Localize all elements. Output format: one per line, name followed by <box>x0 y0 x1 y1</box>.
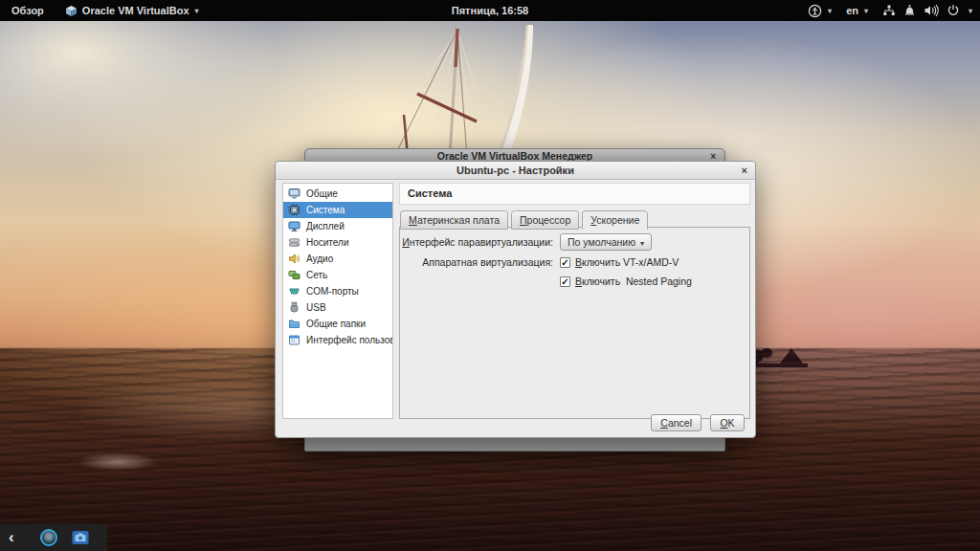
sidebar-item-system[interactable]: Система <box>283 202 392 218</box>
sidebar-item-label: Интерфейс пользователя <box>306 335 393 345</box>
sidebar-item-label: Сеть <box>306 270 327 280</box>
power-icon <box>947 4 960 17</box>
sidebar-item-label: Аудио <box>306 253 333 264</box>
settings-category-list: Общие Система Дисплей Носители Аудио Сет… <box>282 183 393 419</box>
check-icon: ✓ <box>561 276 568 287</box>
user-interface-icon <box>288 334 301 346</box>
sidebar-item-serial-ports[interactable]: COM-порты <box>283 283 392 299</box>
sidebar-item-user-interface[interactable]: Интерфейс пользователя <box>283 332 392 348</box>
bell-icon <box>903 4 916 17</box>
accessibility-icon <box>808 4 822 18</box>
hardware-virt-label: Аппаратная виртуализация: <box>400 256 553 268</box>
sidebar-item-usb[interactable]: USB <box>283 299 392 316</box>
sidebar-item-audio[interactable]: Аудио <box>283 251 392 267</box>
volume-icon <box>924 4 939 17</box>
tab-processor[interactable]: Процессор <box>511 210 579 230</box>
serial-ports-icon <box>288 285 301 298</box>
sidebar-item-shared-folders[interactable]: Общие папки <box>283 316 392 332</box>
dialog-title: Ubuntu-pc - Настройки <box>457 165 574 176</box>
sidebar-item-label: COM-порты <box>306 286 359 297</box>
system-tabs: Материнская плата Процессор Ускорение <box>400 210 651 230</box>
tab-acceleration[interactable]: Ускорение <box>582 210 648 230</box>
system-icon <box>288 204 301 216</box>
sidebar-item-label: Система <box>306 205 345 215</box>
vtx-checkbox[interactable]: ✓ <box>560 257 570 268</box>
app-ring-icon[interactable] <box>40 529 57 546</box>
chevron-left-icon[interactable]: ‹ <box>0 525 14 550</box>
sailboat-mast-graphic <box>375 23 557 157</box>
dialog-footer: Cancel OK <box>651 414 745 431</box>
vtx-checkbox-label: Включить VT-x/AMD-V <box>575 256 679 268</box>
network-icon <box>882 4 896 17</box>
general-icon <box>288 187 301 200</box>
vtx-checkbox-row[interactable]: ✓ Включить VT-x/AMD-V <box>560 256 679 268</box>
chevron-down-icon: ▾ <box>969 7 972 15</box>
settings-content: Система Материнская плата Процессор Уско… <box>399 183 750 419</box>
sidebar-item-label: Носители <box>306 237 349 248</box>
nested-paging-checkbox-row[interactable]: ✓ Включить Nested Paging <box>560 276 692 287</box>
nested-paging-checkbox-label: Включить Nested Paging <box>575 276 692 287</box>
chevron-down-icon: ▾ <box>828 7 832 15</box>
ok-button[interactable]: OK <box>710 414 745 431</box>
paravirt-label: Интерфейс паравиртуализации: <box>400 236 553 248</box>
storage-icon <box>288 236 301 249</box>
dialog-body: Общие Система Дисплей Носители Аудио Сет… <box>276 180 755 437</box>
sidebar-item-label: Общие <box>306 188 338 199</box>
section-header: Система <box>399 183 750 205</box>
chevron-down-icon: ▾ <box>864 7 868 15</box>
usb-icon <box>288 301 301 314</box>
acceleration-panel: Интерфейс паравиртуализации: По умолчани… <box>399 227 750 419</box>
dialog-titlebar[interactable]: Ubuntu-pc - Настройки × <box>276 162 755 180</box>
network-adapter-icon <box>288 269 301 281</box>
dialog-close-icon[interactable]: × <box>742 162 747 179</box>
sidebar-item-general[interactable]: Общие <box>283 186 392 202</box>
settings-dialog[interactable]: Ubuntu-pc - Настройки × Общие Система Ди… <box>275 161 756 438</box>
check-icon: ✓ <box>561 257 568 268</box>
system-status-menu[interactable]: ▾ <box>880 0 975 21</box>
camera-app-icon[interactable] <box>72 530 89 545</box>
chevron-down-icon: ▾ <box>640 239 644 248</box>
virtualbox-logo-icon <box>65 5 78 17</box>
sidebar-item-label: USB <box>306 302 326 313</box>
language-menu[interactable]: en ▾ <box>843 0 871 21</box>
sidebar-item-network[interactable]: Сеть <box>283 267 392 283</box>
sidebar-item-label: Общие папки <box>306 319 366 329</box>
app-menu-button[interactable]: Oracle VM VirtualBox ▾ <box>62 0 202 21</box>
tab-motherboard[interactable]: Материнская плата <box>400 210 508 230</box>
shared-folders-icon <box>288 318 301 330</box>
sidebar-item-display[interactable]: Дисплей <box>283 218 392 234</box>
chevron-down-icon: ▾ <box>195 7 199 15</box>
gnome-top-bar: Обзор Oracle VM VirtualBox ▾ Пятница, 16… <box>0 0 980 21</box>
sidebar-item-storage[interactable]: Носители <box>283 234 392 251</box>
display-icon <box>288 220 301 232</box>
nested-paging-checkbox[interactable]: ✓ <box>560 276 570 287</box>
cancel-button[interactable]: Cancel <box>651 414 702 431</box>
accessibility-menu[interactable]: ▾ <box>805 0 835 21</box>
window-list-bar: ‹ <box>0 524 107 551</box>
activities-button[interactable]: Обзор <box>9 0 47 21</box>
audio-icon <box>288 253 301 265</box>
paravirt-interface-dropdown[interactable]: По умолчанию▾ <box>560 233 652 251</box>
sidebar-item-label: Дисплей <box>306 221 345 231</box>
